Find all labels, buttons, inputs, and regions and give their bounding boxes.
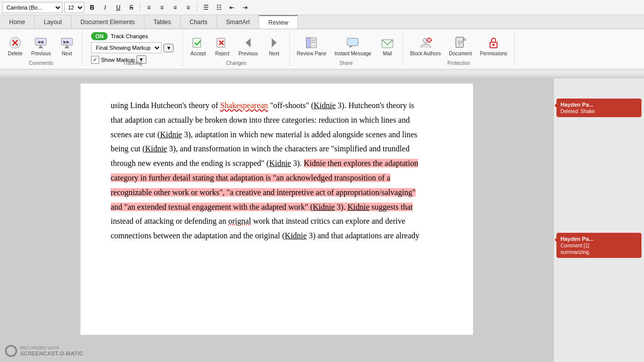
instant-message-icon — [346, 36, 360, 50]
document-area: using Linda Hutcheon's theory of Shakesp… — [0, 78, 644, 362]
review-pane-button[interactable]: Review Pane — [294, 34, 330, 59]
comment-2-preview: summarizing. — [560, 249, 637, 255]
svg-rect-16 — [306, 38, 310, 48]
block-authors-label: Block Authors — [410, 51, 441, 57]
numbered-list-button[interactable]: ☷ — [213, 2, 224, 13]
paragraph-5: through new events and the ending is scr… — [111, 156, 443, 171]
orignal-misspelled: orignal — [228, 217, 251, 225]
kidnie-ref-3: Kidnie — [145, 144, 167, 153]
track-changes-on-badge[interactable]: ON — [91, 32, 108, 40]
bold-button[interactable]: B — [87, 2, 98, 13]
indent-increase-button[interactable]: ⇥ — [239, 2, 251, 13]
paragraph-4: being cut (Kidnie 3), and transformation… — [111, 142, 443, 156]
align-right-button[interactable]: ≡ — [170, 2, 181, 13]
svg-text:◀◀: ◀◀ — [37, 40, 44, 44]
permissions-icon — [487, 36, 501, 50]
block-authors-button[interactable]: Block Authors — [407, 34, 444, 59]
accept-button[interactable]: Accept — [187, 34, 209, 59]
text-segment: "off-shoots" ( — [268, 101, 314, 110]
paragraph-9: instead of attacking or defending an ori… — [111, 214, 443, 229]
kidnie-ref-4: Kidnie — [269, 159, 291, 167]
changes-previous-label: Previous — [238, 51, 258, 57]
svg-marker-7 — [64, 45, 69, 48]
tab-layout[interactable]: Layout — [35, 15, 71, 29]
comment-1-author: Hayden Pa... — [560, 102, 637, 108]
changes-next-button[interactable]: Next — [263, 34, 285, 59]
svg-point-33 — [493, 44, 495, 46]
mail-icon — [380, 36, 394, 50]
kidnie-ref-6: Kidnie — [348, 203, 370, 211]
text-segment: using Linda Hutcheon's theory of — [111, 101, 220, 110]
document-label: Document — [449, 51, 472, 57]
changes-next-icon — [267, 36, 281, 50]
comment-1-type: Deleted: Shake — [560, 109, 637, 114]
indent-decrease-button[interactable]: ⇤ — [226, 2, 237, 13]
tab-home[interactable]: Home — [0, 15, 35, 29]
permissions-label: Permissions — [480, 51, 507, 57]
reject-icon — [215, 36, 229, 50]
mail-label: Mail — [383, 51, 392, 57]
strikethrough-button[interactable]: S — [126, 2, 137, 13]
ribbon: Delete ◀◀ Previous ▶▶ — [0, 29, 644, 69]
reject-label: Reject — [215, 51, 229, 57]
markup-select[interactable]: Final Showing Markup — [91, 42, 162, 53]
changes-buttons: Accept Reject Previous — [187, 32, 285, 60]
document-content: using Linda Hutcheon's theory of Shakesp… — [0, 78, 553, 362]
tab-review[interactable]: Review — [259, 15, 297, 29]
underline-button[interactable]: U — [113, 2, 124, 13]
delete-button[interactable]: Delete — [4, 34, 26, 59]
comment-2-type: Comment [1] — [560, 243, 637, 248]
formatting-toolbar: Cambria (Bo... 12 B I U S ≡ ≡ ≡ ≡ ☰ ☷ ⇤ … — [0, 0, 644, 15]
track-changes-label: Track Changes — [111, 33, 148, 39]
delete-label: Delete — [8, 51, 23, 57]
divider — [140, 3, 140, 13]
paragraph-8: and "an extended textual engagement with… — [111, 200, 443, 215]
paragraph-7: recognizable other work or works", "a cr… — [111, 186, 443, 200]
tracking-group-label: Tracking — [83, 60, 183, 66]
comments-next-icon: ▶▶ — [60, 36, 74, 50]
italic-button[interactable]: I — [100, 2, 111, 13]
document-button[interactable]: Document — [446, 34, 475, 59]
align-center-button[interactable]: ≡ — [156, 2, 168, 13]
comments-next-button[interactable]: ▶▶ Next — [56, 34, 78, 59]
align-left-button[interactable]: ≡ — [143, 2, 154, 13]
changes-previous-icon — [241, 36, 255, 50]
track-changes-row: ON Track Changes — [91, 32, 148, 40]
justify-button[interactable]: ≡ — [183, 2, 194, 13]
review-pane-label: Review Pane — [297, 51, 327, 57]
page: using Linda Hutcheon's theory of Shakesp… — [80, 83, 473, 335]
shakespearean-link: Shakespearean — [220, 101, 268, 110]
highlighted-text-3: recognizable other work or works", "a cr… — [111, 188, 416, 197]
protection-group-label: Protection — [403, 60, 514, 66]
comment-2-bubble[interactable]: Hayden Pa... Comment [1] summarizing. — [556, 233, 641, 258]
markup-dropdown-btn[interactable]: ▼ — [164, 44, 174, 52]
paragraph-3: scenes are cut (Kidnie 3), adaptation in… — [111, 128, 443, 142]
font-size-select[interactable]: 12 — [64, 2, 85, 13]
mail-button[interactable]: Mail — [376, 34, 398, 59]
document-icon — [453, 36, 467, 50]
instant-message-button[interactable]: Instant Message — [332, 34, 374, 59]
review-pane-icon — [304, 36, 318, 50]
ruler — [0, 69, 644, 78]
text-segment: nections between the adaptation and the … — [125, 231, 285, 240]
bullet-list-button[interactable]: ☰ — [200, 2, 211, 13]
changes-previous-button[interactable]: Previous — [235, 34, 261, 59]
text-segment: 3) and that adaptations are already — [307, 231, 420, 240]
permissions-button[interactable]: Permissions — [477, 34, 510, 59]
comment-1-container: Hayden Pa... Deleted: Shake — [556, 99, 641, 117]
reject-button[interactable]: Reject — [211, 34, 233, 59]
tab-charts[interactable]: Charts — [181, 15, 217, 29]
comments-previous-button[interactable]: ◀◀ Previous — [28, 34, 54, 59]
tab-document-elements[interactable]: Document Elements — [71, 15, 144, 29]
paragraph-1: using Linda Hutcheon's theory of Shakesp… — [111, 99, 443, 113]
svg-rect-26 — [456, 37, 463, 47]
tab-smartart[interactable]: SmartArt — [217, 15, 259, 29]
font-name-select[interactable]: Cambria (Bo... — [2, 2, 62, 13]
ribbon-group-protection: Block Authors Document — [403, 31, 515, 67]
protection-buttons: Block Authors Document — [407, 32, 510, 60]
comment-1-bubble[interactable]: Hayden Pa... Deleted: Shake — [556, 99, 641, 117]
comments-previous-label: Previous — [31, 51, 51, 57]
paragraph-6: category in further detail stating that … — [111, 171, 443, 186]
tab-tables[interactable]: Tables — [144, 15, 181, 29]
instant-message-label: Instant Message — [335, 51, 371, 57]
